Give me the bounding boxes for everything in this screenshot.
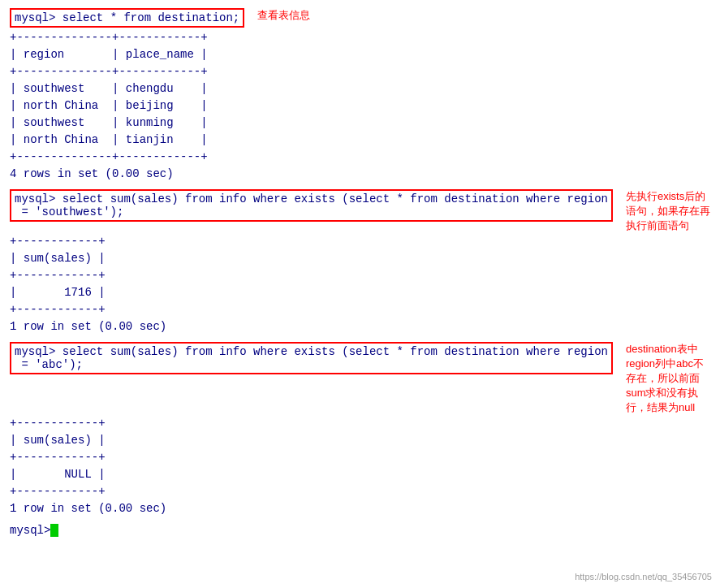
table-sep1-3: +------------+ (10, 415, 710, 432)
table-row-1-0: | southwest | chengdu | (10, 80, 710, 97)
sql-line3-1: select sum(sales) from info where exists… (55, 345, 608, 358)
query-box-1: mysql> select * from destination; (10, 8, 244, 28)
prompt-text-3: mysql> (15, 345, 55, 358)
terminal: mysql> select * from destination; 查看表信息 … (10, 8, 710, 537)
table-sep2-2: +------------+ (10, 267, 710, 284)
query-box-2: mysql> select sum(sales) from info where… (10, 189, 613, 222)
result-summary-2: 1 row in set (0.00 sec) (10, 318, 710, 335)
block2: mysql> select sum(sales) from info where… (10, 189, 710, 335)
table-sep1-1: +--------------+------------+ (10, 29, 710, 46)
query-line3-2: = 'abc'); (15, 358, 608, 371)
table-sep3-2: +------------+ (10, 301, 710, 318)
table-header-2: | sum(sales) | (10, 250, 710, 267)
table-sep1-2: +------------+ (10, 233, 710, 250)
cursor-blink (50, 524, 58, 537)
query-line2-2: = 'southwest'); (15, 205, 608, 218)
table-header-3: | sum(sales) | (10, 432, 710, 449)
query-box-3: mysql> select sum(sales) from info where… (10, 342, 613, 374)
final-prompt-text: mysql> (10, 524, 50, 537)
table-sep3-1: +--------------+------------+ (10, 149, 710, 166)
sql-text-1: select * from destination; (55, 11, 239, 24)
prompt-text-2: mysql> (15, 192, 55, 205)
sql-line2-1: select sum(sales) from info where exists… (55, 192, 608, 205)
annotation-1: 查看表信息 (257, 8, 310, 23)
annotation-2: 先执行exists后的语句，如果存在再执行前面语句 (626, 189, 710, 233)
annotation-3: destination表中region列中abc不存在，所以前面sum求和没有执… (626, 342, 710, 415)
table-sep2-3: +------------+ (10, 449, 710, 466)
watermark: https://blog.csdn.net/qq_35456705 (575, 572, 712, 582)
table-sep3-3: +------------+ (10, 483, 710, 500)
result-summary-3: 1 row in set (0.00 sec) (10, 500, 710, 517)
query-line3-1: mysql> select sum(sales) from info where… (15, 345, 608, 358)
query-prompt-1: mysql> select * from destination; (15, 11, 239, 24)
final-prompt-line: mysql> (10, 524, 710, 537)
result-summary-1: 4 rows in set (0.00 sec) (10, 166, 710, 183)
table-row-3-0: | NULL | (10, 466, 710, 483)
table-sep2-1: +--------------+------------+ (10, 63, 710, 80)
block1: mysql> select * from destination; 查看表信息 … (10, 8, 710, 183)
block3: mysql> select sum(sales) from info where… (10, 342, 710, 517)
table-row-1-1: | north China | beijing | (10, 97, 710, 115)
table-row-1-3: | north China | tianjin | (10, 132, 710, 149)
table-row-1-2: | southwest | kunming | (10, 115, 710, 132)
table-header-1: | region | place_name | (10, 46, 710, 63)
query-line2-1: mysql> select sum(sales) from info where… (15, 192, 608, 205)
table-row-2-0: | 1716 | (10, 284, 710, 301)
prompt-text-1: mysql> (15, 11, 55, 24)
